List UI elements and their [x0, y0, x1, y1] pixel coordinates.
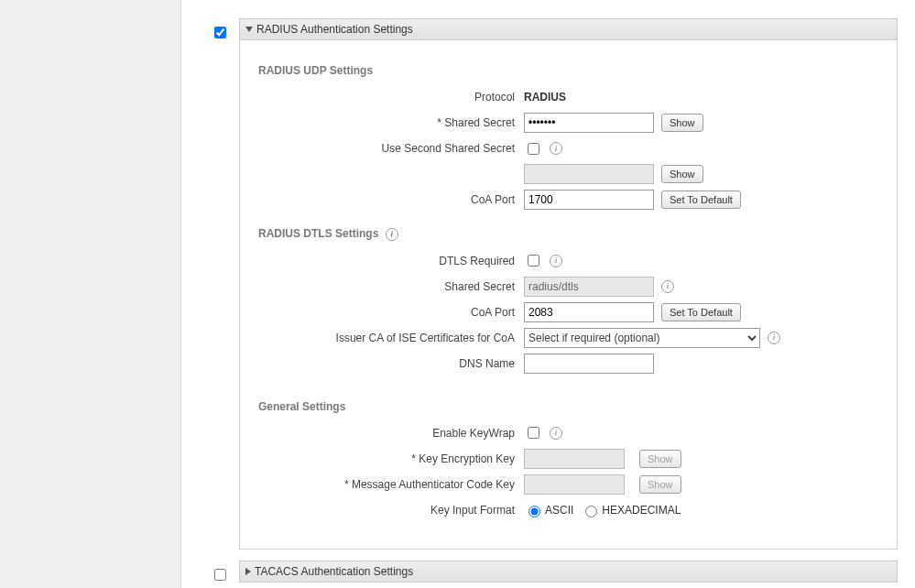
info-icon[interactable]: i	[550, 255, 562, 267]
enable-keywrap-checkbox[interactable]	[528, 427, 539, 439]
dtls-required-checkbox[interactable]	[528, 255, 539, 267]
mack-label: * Message Authenticator Code Key	[258, 478, 524, 491]
page-content: RADIUS Authentication Settings RADIUS UD…	[201, 18, 898, 588]
shared-secret-label: * Shared Secret	[258, 116, 524, 129]
udp-coa-port-label: CoA Port	[258, 193, 524, 206]
use-second-secret-label: Use Second Shared Secret	[258, 142, 524, 155]
kek-input	[524, 449, 625, 469]
dtls-coa-port-label: CoA Port	[258, 306, 524, 319]
info-icon[interactable]: i	[550, 142, 562, 155]
udp-coa-port-input[interactable]	[524, 190, 654, 210]
dns-name-label: DNS Name	[258, 357, 524, 370]
radius-panel-title: RADIUS Authentication Settings	[256, 23, 413, 36]
left-rail	[0, 0, 181, 588]
tacacs-enable-checkbox[interactable]	[214, 569, 226, 581]
info-icon[interactable]: i	[661, 280, 674, 293]
format-hex-option[interactable]: HEXADECIMAL	[581, 503, 681, 517]
issuer-ca-select[interactable]: Select if required (optional)	[524, 328, 760, 348]
section-tacacs: TACACS Authentication Settings	[201, 561, 898, 583]
mack-show-button: Show	[639, 475, 681, 494]
radius-panel-body: RADIUS UDP Settings Protocol RADIUS * Sh…	[239, 40, 898, 550]
kek-label: * Key Encryption Key	[258, 452, 524, 465]
tacacs-panel-title: TACACS Authentication Settings	[255, 565, 413, 578]
second-secret-show-button[interactable]: Show	[661, 165, 703, 183]
tacacs-panel-header[interactable]: TACACS Authentication Settings	[239, 561, 898, 583]
shared-secret-show-button[interactable]: Show	[661, 114, 703, 132]
dtls-coa-port-input[interactable]	[524, 302, 654, 322]
radius-panel-header[interactable]: RADIUS Authentication Settings	[239, 18, 898, 40]
issuer-ca-label: Issuer CA of ISE Certificates for CoA	[258, 332, 524, 344]
enable-keywrap-label: Enable KeyWrap	[258, 427, 524, 440]
key-format-label: Key Input Format	[258, 504, 524, 517]
shared-secret-input[interactable]	[524, 113, 654, 133]
second-secret-input	[524, 164, 654, 184]
info-icon[interactable]: i	[768, 332, 780, 344]
info-icon[interactable]: i	[386, 228, 398, 241]
info-icon[interactable]: i	[550, 427, 562, 440]
section-radius: RADIUS Authentication Settings RADIUS UD…	[201, 18, 898, 550]
udp-coa-default-button[interactable]: Set To Default	[661, 191, 741, 209]
format-hex-radio[interactable]	[585, 506, 597, 517]
format-ascii-radio[interactable]	[528, 506, 540, 517]
dtls-section-title: RADIUS DTLS Settings	[258, 227, 378, 240]
radius-enable-checkbox[interactable]	[214, 27, 226, 38]
udp-section-title: RADIUS UDP Settings	[258, 64, 878, 77]
format-ascii-option[interactable]: ASCII	[524, 503, 573, 517]
kek-show-button: Show	[639, 450, 681, 468]
dtls-coa-default-button[interactable]: Set To Default	[661, 303, 741, 321]
dns-name-input[interactable]	[524, 354, 654, 374]
general-section-title: General Settings	[258, 400, 878, 413]
dtls-required-label: DTLS Required	[258, 255, 524, 267]
use-second-secret-checkbox[interactable]	[528, 143, 539, 155]
protocol-value: RADIUS	[524, 91, 566, 103]
protocol-label: Protocol	[258, 91, 524, 103]
mack-input	[524, 474, 625, 495]
chevron-right-icon	[245, 568, 251, 575]
dtls-shared-secret-label: Shared Secret	[258, 280, 524, 293]
chevron-down-icon	[245, 27, 253, 32]
dtls-shared-secret-input	[524, 277, 654, 297]
